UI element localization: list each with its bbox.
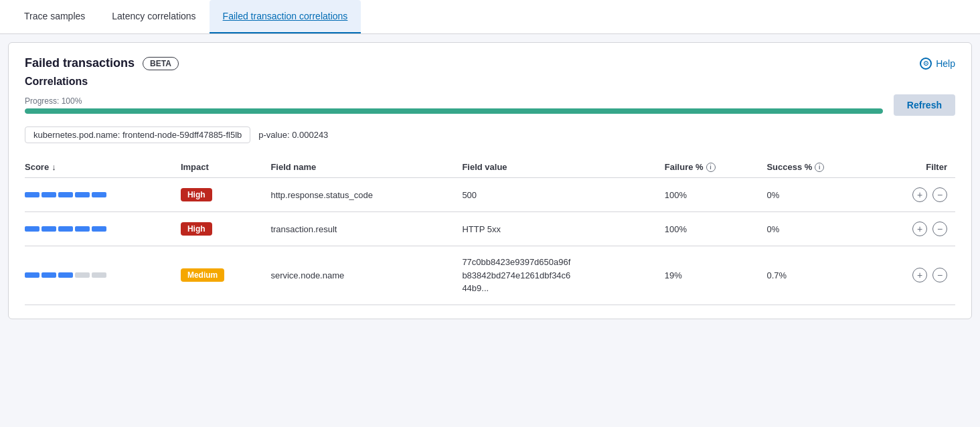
impact-cell: High: [181, 178, 270, 212]
filter-actions: + −: [881, 268, 947, 282]
success-pct-info-icon[interactable]: i: [815, 163, 824, 172]
correlations-table: Score↓ Impact Field name Field value Fai…: [25, 157, 955, 305]
filter-cell: + −: [881, 212, 955, 246]
filter-cell: + −: [881, 178, 955, 212]
progress-section: Progress: 100% Refresh: [25, 94, 955, 116]
filter-remove-button[interactable]: −: [932, 222, 947, 236]
filter-cell: + −: [881, 246, 955, 305]
filter-actions: + −: [881, 187, 947, 202]
score-cell: [25, 246, 181, 305]
col-header-score[interactable]: Score↓: [25, 157, 181, 178]
field-value-multi: 77c0bb8423e9397d650a96f b83842bd274e1261…: [462, 256, 656, 295]
col-header-filter: Filter: [881, 157, 955, 178]
tab-latency-correlations[interactable]: Latency correlations: [98, 0, 209, 33]
help-label: Help: [936, 58, 955, 69]
failure-pct-info-icon[interactable]: i: [706, 163, 716, 172]
table-row: High transaction.result HTTP 5xx 100% 0%…: [25, 212, 955, 246]
table-row: Medium service.node.name 77c0bb8423e9397…: [25, 246, 955, 305]
filter-add-button[interactable]: +: [912, 268, 927, 282]
panel-title: Failed transactions: [25, 56, 135, 70]
score-bar: [25, 226, 173, 232]
field-name-cell: service.node.name: [270, 246, 462, 305]
refresh-button[interactable]: Refresh: [894, 94, 955, 116]
progress-bar-fill: [25, 108, 883, 114]
score-cell: [25, 178, 181, 212]
filter-row: kubernetes.pod.name: frontend-node-59dff…: [25, 126, 955, 143]
filter-remove-button[interactable]: −: [932, 187, 947, 202]
help-icon: ⊙: [920, 58, 932, 70]
field-name-cell: transaction.result: [270, 212, 462, 246]
score-bar: [25, 192, 173, 197]
filter-actions: + −: [881, 222, 947, 236]
correlations-title: Correlations: [25, 76, 955, 88]
col-header-failure-pct: Failure % i: [665, 157, 767, 178]
score-cell: [25, 212, 181, 246]
col-header-field-name: Field name: [270, 157, 462, 178]
main-panel: Failed transactions BETA ⊙ Help Correlat…: [8, 42, 972, 319]
impact-badge: High: [181, 222, 212, 236]
success-pct-cell: 0%: [766, 178, 880, 212]
col-header-field-value: Field value: [462, 157, 664, 178]
tab-trace-samples[interactable]: Trace samples: [11, 0, 98, 33]
beta-badge: BETA: [143, 57, 179, 70]
failure-pct-cell: 100%: [665, 212, 767, 246]
field-value-cell: 500: [462, 178, 664, 212]
success-pct-cell: 0%: [766, 212, 880, 246]
progress-bar-background: [25, 108, 883, 114]
progress-label: Progress: 100%: [25, 96, 883, 106]
failure-pct-cell: 19%: [665, 246, 767, 305]
failure-pct-cell: 100%: [665, 178, 767, 212]
impact-badge: Medium: [181, 268, 224, 282]
impact-badge: High: [181, 188, 212, 201]
impact-cell: Medium: [181, 246, 270, 305]
field-value-cell: 77c0bb8423e9397d650a96f b83842bd274e1261…: [462, 246, 664, 305]
filter-badge: kubernetes.pod.name: frontend-node-59dff…: [25, 126, 250, 143]
col-header-impact: Impact: [181, 157, 270, 178]
tab-bar: Trace samples Latency correlations Faile…: [0, 0, 980, 34]
table-row: High http.response.status_code 500 100% …: [25, 178, 955, 212]
help-link[interactable]: ⊙ Help: [920, 58, 955, 70]
panel-header: Failed transactions BETA ⊙ Help: [25, 56, 955, 70]
tab-failed-transaction-correlations[interactable]: Failed transaction correlations: [210, 0, 361, 33]
title-group: Failed transactions BETA: [25, 56, 179, 70]
progress-group: Progress: 100%: [25, 96, 883, 114]
field-value-cell: HTTP 5xx: [462, 212, 664, 246]
success-pct-cell: 0.7%: [766, 246, 880, 305]
filter-remove-button[interactable]: −: [932, 268, 947, 282]
field-name-cell: http.response.status_code: [270, 178, 462, 212]
impact-cell: High: [181, 212, 270, 246]
pvalue-label: p-value: 0.000243: [258, 130, 328, 140]
score-bar: [25, 272, 173, 278]
filter-add-button[interactable]: +: [912, 187, 927, 202]
filter-add-button[interactable]: +: [912, 222, 927, 236]
col-header-success-pct: Success % i: [766, 157, 880, 178]
